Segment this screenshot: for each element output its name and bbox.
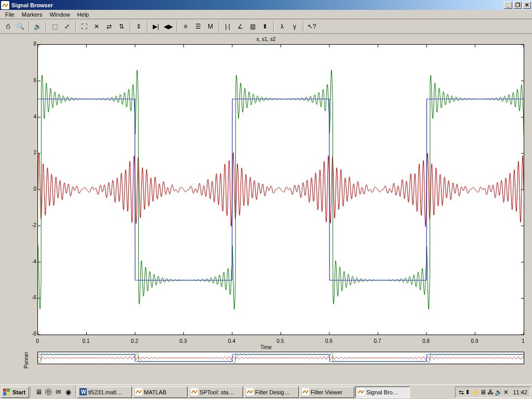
color-props-icon[interactable]: ☰ <box>192 21 204 32</box>
x-tick-label: 1 <box>522 338 525 344</box>
taskbar-task-label: MATLAB <box>144 389 166 395</box>
ql-media-icon[interactable]: ◉ <box>63 388 73 397</box>
x-tick-label: 0.3 <box>180 338 187 344</box>
menu-file[interactable]: File <box>2 11 18 18</box>
quick-launch: 🖥 ⓔ ✉ ◉ <box>34 388 73 397</box>
y-tick-label: -6 <box>26 295 36 300</box>
x-tick-label: 0.7 <box>374 338 381 344</box>
x-tick-label: 0.9 <box>471 338 478 344</box>
y-tick-label: 2 <box>26 150 36 155</box>
marker-prev-icon[interactable]: ◀▶ <box>163 21 174 32</box>
zoom-rect-icon[interactable]: ⤢ <box>61 21 73 32</box>
taskbar-task[interactable]: Filter Desig… <box>244 387 299 398</box>
taskbar-task-label: Signal Bro… <box>366 389 398 395</box>
tray-icon[interactable]: ⬍ <box>465 389 470 396</box>
menu-markers[interactable]: Markers <box>19 11 46 18</box>
marker-toggle-icon[interactable]: M <box>205 21 216 32</box>
ql-show-desktop-icon[interactable]: 🖥 <box>34 388 43 397</box>
tray-icon[interactable]: ⇆ <box>459 389 464 396</box>
x-axis-label: Time <box>260 344 272 350</box>
toolbar-separator <box>75 21 76 32</box>
plot-axes[interactable] <box>37 44 524 335</box>
x-tick-label: 0 <box>36 338 39 344</box>
y-tick-label: 8 <box>26 41 36 47</box>
toolbar-separator <box>303 21 303 32</box>
window-title: Signal Browser <box>11 2 53 8</box>
panner-label: Panner <box>23 352 29 368</box>
taskbar-task-label: tl5231.matl… <box>88 389 122 395</box>
ql-outlook-icon[interactable]: ✉ <box>54 388 63 397</box>
y-tick-label: -8 <box>26 331 36 337</box>
toolbar-separator <box>219 21 219 32</box>
tray-icon[interactable]: 🖧 <box>487 389 494 396</box>
whats-this-icon[interactable]: ↖? <box>306 21 317 32</box>
complex-mag-icon[interactable]: ▥ <box>247 21 258 32</box>
tool-a-icon[interactable]: λ <box>276 21 288 32</box>
zoom-y-icon[interactable]: ⇅ <box>116 21 127 32</box>
toolbar-separator <box>147 21 148 32</box>
app-icon <box>1 1 9 9</box>
complex-angle-icon[interactable]: ⬍ <box>259 21 271 32</box>
figure-area: x, s1, s2 Time -8-6-4-202468 00.10.20.30… <box>0 34 532 365</box>
taskbar: Start 🖥 ⓔ ✉ ◉ Wtl5231.matl…MATLABSPTool:… <box>0 384 532 399</box>
minimize-button[interactable]: _ <box>504 2 512 9</box>
toolbar: ⎙🔍🔊⬚⤢⛶✕⇄⇅⇕▶|◀▶≡☰M|·|∠▥⬍λγ↖? <box>0 19 532 34</box>
taskbar-task[interactable]: Signal Bro… <box>355 387 410 398</box>
marker-next-icon[interactable]: ▶| <box>150 21 162 32</box>
close-button[interactable]: ✕ <box>523 2 531 9</box>
taskbar-task[interactable]: MATLAB <box>133 387 188 398</box>
tool-b-icon[interactable]: γ <box>289 21 300 32</box>
taskbar-task-label: SPTool: sta… <box>200 389 234 395</box>
y-tick-label: -2 <box>26 222 36 228</box>
start-label: Start <box>12 389 25 395</box>
zoom-x-icon[interactable]: ⇄ <box>103 21 115 32</box>
start-button[interactable]: Start <box>1 387 29 398</box>
zoom-xy-icon[interactable]: ✕ <box>91 21 102 32</box>
maximize-button[interactable]: ❐ <box>513 2 522 9</box>
select-tool-icon[interactable]: ⬚ <box>49 21 60 32</box>
menu-window[interactable]: Window <box>46 11 73 18</box>
y-tick-label: -4 <box>26 259 36 264</box>
menu-help[interactable]: Help <box>74 11 92 18</box>
x-tick-label: 0.5 <box>277 338 284 344</box>
play-sound-icon[interactable]: 🔊 <box>32 21 43 32</box>
matlab-icon <box>302 388 309 396</box>
zoom-out-y-icon[interactable]: ⇕ <box>133 21 144 32</box>
svg-rect-42 <box>3 392 6 395</box>
tray-clock: 11:42 <box>513 389 527 395</box>
taskbar-task-label: Filter Viewer <box>311 389 342 395</box>
zoom-full-icon[interactable]: ⛶ <box>78 21 90 32</box>
line-props-icon[interactable]: ≡ <box>180 21 191 32</box>
svg-rect-43 <box>7 392 10 395</box>
matlab-icon <box>135 388 142 396</box>
svg-rect-40 <box>3 389 6 392</box>
tray-icon[interactable]: 🖥 <box>480 389 486 396</box>
taskbar-task[interactable]: Filter Viewer <box>300 387 354 398</box>
x-tick-label: 0.2 <box>131 338 138 344</box>
tray-icon[interactable]: ⚡ <box>471 389 479 396</box>
matlab-icon <box>357 388 365 396</box>
word-icon: W <box>79 388 87 396</box>
tray-volume-icon[interactable]: 🔊 <box>495 389 502 396</box>
taskbar-separator <box>75 387 76 398</box>
title-bar: Signal Browser _ ❐ ✕ <box>0 0 532 10</box>
toolbar-separator <box>177 21 177 32</box>
print-icon[interactable]: ⎙ <box>2 21 14 32</box>
print-preview-icon[interactable]: 🔍 <box>15 21 26 32</box>
matlab-icon <box>246 388 254 396</box>
complex-imag-icon[interactable]: ∠ <box>234 21 246 32</box>
matlab-icon <box>191 388 198 396</box>
y-tick-label: 4 <box>26 114 36 119</box>
taskbar-separator <box>31 387 31 398</box>
panner[interactable] <box>37 352 524 364</box>
taskbar-task[interactable]: SPTool: sta… <box>189 387 243 398</box>
complex-real-icon[interactable]: |·| <box>222 21 233 32</box>
window-controls: _ ❐ ✕ <box>504 2 531 9</box>
x-tick-label: 0.1 <box>83 338 90 344</box>
menu-bar: File Markers Window Help <box>0 10 532 19</box>
tray-icon[interactable]: ✕ <box>503 389 509 396</box>
ql-ie-icon[interactable]: ⓔ <box>44 388 53 397</box>
taskbar-task[interactable]: Wtl5231.matl… <box>77 387 132 398</box>
taskbar-task-label: Filter Desig… <box>255 389 290 395</box>
system-tray[interactable]: ⇆ ⬍ ⚡ 🖥 🖧 🔊 ✕ 11:42 <box>455 387 531 398</box>
